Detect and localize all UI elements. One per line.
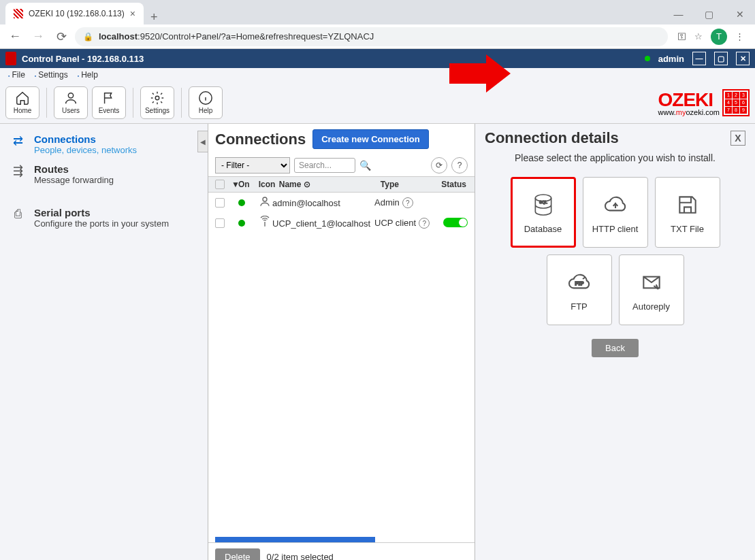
serial-icon: ⎙ [8, 207, 27, 229]
url-host: localhost [99, 31, 138, 42]
svg-point-3 [263, 197, 267, 201]
tile-txt[interactable]: TXT File [655, 177, 720, 248]
toggle-on[interactable] [443, 218, 468, 227]
details-title: Connection details [485, 129, 619, 147]
menu-settings[interactable]: Settings [31, 70, 72, 80]
cloud-icon [602, 191, 629, 218]
back-button[interactable]: Back [592, 339, 639, 357]
refresh-button[interactable]: ⟳ [431, 157, 447, 174]
help-icon[interactable]: ? [402, 197, 413, 208]
toolbar-events[interactable]: Events [92, 86, 126, 119]
favicon [14, 9, 23, 18]
search-icon[interactable]: 🔍 [359, 160, 371, 171]
antenna-icon [256, 216, 270, 231]
person-icon [256, 195, 270, 210]
status-dot-icon [238, 199, 245, 206]
home-icon [15, 90, 30, 105]
table-row[interactable]: admin@localhost Admin? [208, 193, 475, 213]
selection-count: 0/2 item selected [267, 552, 334, 560]
new-tab-button[interactable]: + [144, 10, 165, 24]
address-bar[interactable]: 🔒 localhost:9520/Control+Panel/?a=Home&r… [75, 27, 668, 46]
app-icon [5, 52, 16, 65]
close-details-button[interactable]: X [730, 131, 745, 146]
tile-autoreply[interactable]: Autoreply [619, 254, 684, 325]
nav-reload-icon[interactable]: ⟳ [52, 29, 71, 44]
user-label[interactable]: admin [658, 54, 684, 64]
gear-icon [150, 90, 165, 105]
save-icon [674, 191, 701, 218]
menu-help[interactable]: Help [74, 70, 102, 80]
table-header: ▼ On Icon Name ⊙ Type Status [208, 176, 475, 193]
nav-forward-icon: → [29, 29, 48, 44]
tile-database[interactable]: SQL Database [511, 177, 576, 248]
sidebar-item-connections[interactable]: ⇄ ConnectionsPeople, devices, networks [5, 129, 202, 159]
menu-dots-icon[interactable]: ⋮ [735, 31, 744, 42]
details-message: Please select the application you wish t… [485, 152, 745, 163]
menu-file[interactable]: File [4, 70, 29, 80]
h-scrollbar[interactable] [215, 537, 375, 542]
routes-icon: ⇶ [8, 163, 27, 185]
create-connection-button[interactable]: Create new Connection [312, 129, 428, 149]
sidebar-item-serial[interactable]: ⎙ Serial portsConfigure the ports in you… [5, 203, 202, 233]
app-close[interactable]: ✕ [736, 52, 750, 65]
sidebar-collapse[interactable]: ◀ [197, 131, 208, 152]
tile-ftp[interactable]: FTP FTP [547, 254, 612, 325]
star-icon[interactable]: ☆ [694, 31, 703, 42]
window-maximize[interactable]: ▢ [694, 4, 724, 24]
lock-icon: 🔒 [83, 32, 93, 42]
help-icon[interactable]: ? [419, 218, 430, 229]
svg-point-1 [155, 96, 159, 100]
tile-http[interactable]: HTTP client [583, 177, 648, 248]
toolbar-home[interactable]: Home [5, 86, 39, 119]
app-minimize[interactable]: — [692, 52, 706, 65]
svg-text:SQL: SQL [539, 200, 547, 204]
connections-title: Connections [215, 131, 306, 148]
info-icon [198, 90, 213, 105]
logo-grid-icon: 123456789 [722, 89, 750, 116]
user-icon [63, 90, 78, 105]
app-maximize[interactable]: ▢ [714, 52, 728, 65]
profile-avatar[interactable]: T [711, 29, 727, 45]
database-icon: SQL [530, 191, 557, 218]
help-button[interactable]: ? [451, 157, 468, 174]
tab-title: OZEKI 10 (192.168.0.113) [29, 9, 125, 18]
window-close[interactable]: ✕ [724, 4, 755, 24]
status-dot-icon [238, 220, 245, 227]
filter-select[interactable]: - Filter - [215, 157, 290, 174]
flag-icon [101, 90, 116, 105]
sidebar-item-routes[interactable]: ⇶ RoutesMessage forwarding [5, 159, 202, 189]
browser-tab[interactable]: OZEKI 10 (192.168.0.113) × [5, 3, 144, 24]
annotation-arrow [449, 54, 511, 93]
search-input[interactable]: Search... [294, 158, 355, 173]
logo[interactable]: OZEKI www.myozeki.com 123456789 [658, 89, 750, 116]
row-checkbox[interactable] [215, 198, 225, 208]
nav-back-icon[interactable]: ← [5, 29, 25, 44]
key-icon[interactable]: ⚿ [677, 31, 686, 42]
tab-close-icon[interactable]: × [130, 8, 135, 19]
toolbar-help[interactable]: Help [189, 86, 223, 119]
row-checkbox[interactable] [215, 218, 225, 228]
table-row[interactable]: UCP_client_1@localhost UCP client? [208, 213, 475, 233]
window-minimize[interactable]: — [663, 4, 694, 24]
status-dot-icon [645, 56, 650, 61]
select-all-checkbox[interactable] [215, 180, 225, 189]
toolbar-settings[interactable]: Settings [140, 86, 174, 119]
ftp-icon: FTP [566, 269, 593, 296]
svg-point-0 [68, 93, 73, 98]
reply-icon [638, 269, 665, 296]
delete-button[interactable]: Delete [215, 548, 260, 560]
sort-icon[interactable]: ⊙ [304, 180, 310, 189]
svg-text:FTP: FTP [575, 281, 583, 286]
app-title: Control Panel - 192.168.0.113 [22, 54, 144, 64]
url-path: :9520/Control+Panel/?a=Home&refreshreque… [138, 31, 374, 42]
connections-icon: ⇄ [8, 133, 27, 155]
toolbar-users[interactable]: Users [54, 86, 88, 119]
